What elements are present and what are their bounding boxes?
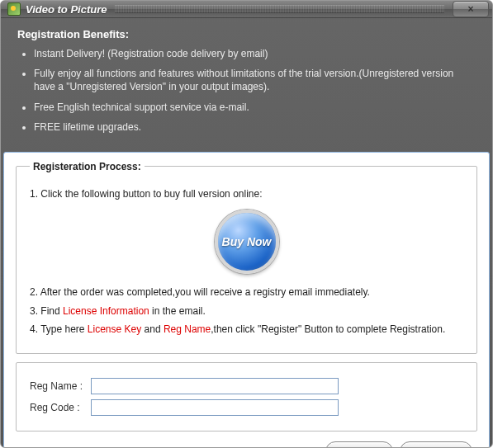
buy-now-button[interactable]: Buy Now bbox=[215, 210, 279, 274]
benefit-item: Free English technical support service v… bbox=[34, 101, 476, 114]
register-button[interactable]: Register bbox=[325, 441, 393, 448]
benefits-heading: Registration Benefits: bbox=[17, 28, 476, 40]
benefits-panel: Registration Benefits: Instant Delivery!… bbox=[1, 18, 492, 152]
process-panel: Registeration Process: 1. Click the foll… bbox=[3, 152, 490, 448]
close-button[interactable]: × bbox=[453, 1, 489, 17]
process-legend: Registeration Process: bbox=[30, 161, 145, 172]
reg-name-input[interactable] bbox=[91, 378, 339, 394]
buy-now-label: Buy Now bbox=[222, 235, 272, 248]
reg-name-text: Reg Name bbox=[164, 323, 211, 335]
license-info-text: License Information bbox=[63, 305, 149, 317]
benefit-item: FREE lifetime upgrades. bbox=[34, 120, 476, 134]
next-time-button[interactable]: Next Time bbox=[400, 441, 472, 448]
registration-dialog: Video to Picture × Registration Benefits… bbox=[0, 0, 493, 448]
window-title: Video to Picture bbox=[26, 3, 107, 16]
titlebar-divider bbox=[115, 5, 444, 13]
benefits-list: Instant Delivery! (Registration code del… bbox=[17, 47, 476, 134]
process-step-4: 4. Type here License Key and Reg Name,th… bbox=[30, 323, 463, 337]
registration-form: Reg Name : Reg Code : bbox=[16, 362, 477, 431]
reg-code-label: Reg Code : bbox=[30, 402, 91, 413]
close-icon: × bbox=[467, 3, 473, 15]
dialog-buttons: Register Next Time bbox=[16, 438, 477, 448]
process-step-1: 1. Click the following button to buy ful… bbox=[30, 187, 463, 201]
app-icon bbox=[7, 2, 21, 16]
benefit-item: Fully enjoy all functions and features w… bbox=[34, 67, 476, 93]
benefit-item: Instant Delivery! (Registration code del… bbox=[34, 47, 476, 60]
reg-name-label: Reg Name : bbox=[30, 380, 91, 392]
process-step-3: 3. Find License Information in the email… bbox=[30, 304, 463, 318]
process-fieldset: Registeration Process: 1. Click the foll… bbox=[16, 161, 477, 354]
process-step-2: 2. After the order was completed,you wil… bbox=[30, 285, 463, 299]
titlebar: Video to Picture × bbox=[1, 1, 492, 18]
license-key-text: License Key bbox=[88, 323, 141, 335]
buy-now-wrap: Buy Now bbox=[30, 210, 463, 274]
reg-code-input[interactable] bbox=[91, 399, 339, 416]
